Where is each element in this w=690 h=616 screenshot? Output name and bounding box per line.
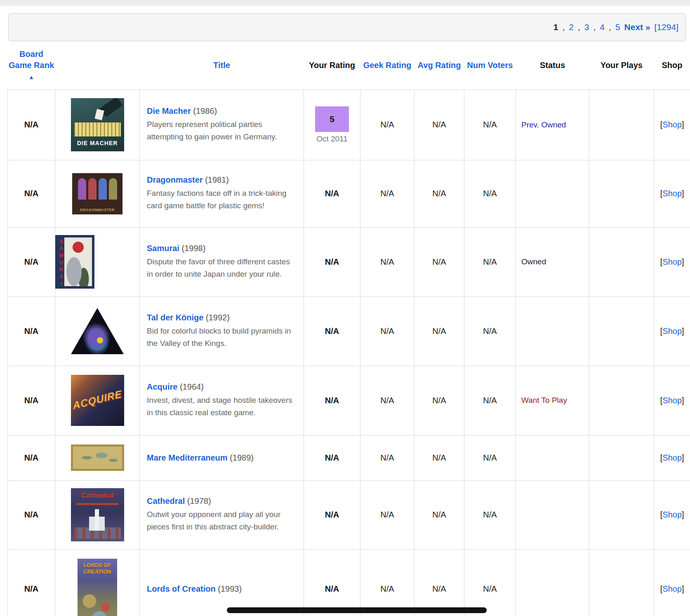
shop-cell: [Shop] <box>654 296 690 366</box>
game-year: (1998) <box>182 244 206 253</box>
game-year: (1981) <box>205 175 229 184</box>
game-title-link[interactable]: Cathedral <box>147 496 185 505</box>
geek-rating-cell: N/A <box>360 549 414 616</box>
page-link-4[interactable]: 4 <box>600 22 605 32</box>
page-separator: , <box>562 22 565 32</box>
game-year: (1964) <box>180 382 204 391</box>
shop-bracket: ] <box>682 510 684 519</box>
thumbnail-caption: Cathedral <box>71 491 124 500</box>
status-owned: Owned <box>521 257 546 266</box>
game-title-link[interactable]: Samurai <box>147 244 179 253</box>
game-title-link[interactable]: Dragonmaster <box>147 175 203 184</box>
your-plays-cell <box>589 160 654 227</box>
pagination-bar: 1 , 2 , 3 , 4 , 5 Next » [1294] <box>8 13 686 41</box>
game-title-link[interactable]: Acquire <box>147 382 177 391</box>
table-header-row: Board Game Rank ▲ Title Your Rating Geek… <box>8 41 690 89</box>
title-cell: Cathedral (1978) Outwit your opponent an… <box>140 480 304 549</box>
shop-link[interactable]: Shop <box>662 510 682 519</box>
shop-link[interactable]: Shop <box>662 257 682 266</box>
tal-der-koenige-thumbnail[interactable] <box>71 308 124 354</box>
game-title-link[interactable]: Lords of Creation <box>147 584 216 593</box>
thumbnail-cell: ACQUIRE <box>55 366 140 435</box>
status-prev-owned-link[interactable]: Prev. Owned <box>521 120 566 129</box>
page-separator: , <box>578 22 580 32</box>
game-year: (1993) <box>218 584 242 593</box>
fantasy-art <box>78 589 117 616</box>
avg-rating-cell: N/A <box>414 549 464 616</box>
title-cell: Tal der Könige (1992) Bid for colorful b… <box>140 296 304 366</box>
status-cell: Owned <box>516 227 589 296</box>
rating-date: Oct 2011 <box>304 134 360 143</box>
mare-mediterraneum-thumbnail[interactable] <box>71 444 124 471</box>
shop-link[interactable]: Shop <box>662 189 682 198</box>
shop-link[interactable]: Shop <box>662 120 682 129</box>
game-description: Players represent political parties atte… <box>147 118 295 143</box>
column-header-geek-rating[interactable]: Geek Rating <box>360 41 414 89</box>
game-title-link[interactable]: Tal der Könige <box>147 313 203 322</box>
num-voters-cell: N/A <box>464 89 516 160</box>
status-cell <box>516 480 589 549</box>
column-header-board-game-rank[interactable]: Board Game Rank ▲ <box>8 41 55 89</box>
shop-link[interactable]: Shop <box>662 396 682 405</box>
title-cell: Lords of Creation (1993) <box>140 549 304 616</box>
game-year: (1992) <box>206 313 230 322</box>
thumbnail-caption: LORDS OF CREATION <box>78 559 117 575</box>
collection-table: Board Game Rank ▲ Title Your Rating Geek… <box>7 41 690 616</box>
your-rating-cell: N/A <box>304 435 360 480</box>
thumbnail-cell <box>55 296 140 366</box>
num-voters-cell: N/A <box>464 480 516 549</box>
title-cell: Acquire (1964) Invest, divest, and stage… <box>140 366 304 435</box>
page-total-link[interactable]: [1294] <box>655 22 678 32</box>
column-header-avg-rating[interactable]: Avg Rating <box>414 41 464 89</box>
cathedral-thumbnail[interactable]: Cathedral <box>71 488 124 541</box>
lords-of-creation-thumbnail[interactable]: LORDS OF CREATION <box>78 559 117 616</box>
thumbnail-caption: DIE MACHER <box>71 140 124 146</box>
your-plays-cell <box>589 435 654 480</box>
game-description: Bid for colorful blocks to build pyramid… <box>147 325 295 350</box>
your-rating-cell: N/A <box>304 549 360 616</box>
num-voters-cell: N/A <box>464 296 516 366</box>
num-voters-cell: N/A <box>464 435 516 480</box>
page-link-2[interactable]: 2 <box>569 22 574 32</box>
your-plays-cell <box>589 549 654 616</box>
shop-bracket: ] <box>682 257 684 266</box>
table-row: N/A LORDS OF CREATION Lords of Creation … <box>8 549 690 616</box>
shop-link[interactable]: Shop <box>662 453 682 462</box>
dragonmaster-thumbnail[interactable]: DRAGONMASTER <box>72 173 122 214</box>
page-current: 1 <box>553 22 558 32</box>
sort-ascending-icon: ▲ <box>28 74 34 80</box>
tower-art <box>95 509 99 531</box>
status-cell <box>516 160 589 227</box>
rating-box[interactable]: 5 <box>315 106 349 132</box>
game-description: Outwit your opponent and play all your p… <box>147 508 295 533</box>
game-title-link[interactable]: Die Macher <box>147 106 191 115</box>
page-link-3[interactable]: 3 <box>584 22 589 32</box>
samurai-thumbnail[interactable]: SAMURAI <box>55 235 94 289</box>
table-row: N/A Mare Mediterraneum (1989) N/A N/A N/… <box>8 435 690 480</box>
your-plays-cell <box>589 296 654 366</box>
game-year: (1986) <box>193 106 217 115</box>
num-voters-cell: N/A <box>464 549 516 616</box>
die-macher-thumbnail[interactable]: DIE MACHER <box>71 98 124 151</box>
thumbnail-caption: ACQUIRE <box>71 387 124 413</box>
thumbnail-cell: DIE MACHER <box>55 89 140 160</box>
shop-link[interactable]: Shop <box>662 327 682 336</box>
rank-cell: N/A <box>8 549 55 616</box>
game-title-link[interactable]: Mare Mediterraneum <box>147 453 228 462</box>
column-header-title[interactable]: Title <box>140 41 304 89</box>
pyramid-art <box>71 308 124 354</box>
page-link-5[interactable]: 5 <box>615 22 620 32</box>
table-row: N/A DIE MACHER Die Macher (1986) Players… <box>8 89 690 160</box>
building-art <box>74 122 121 136</box>
thumbnail-cell: DRAGONMASTER <box>55 160 140 227</box>
column-header-num-voters[interactable]: Num Voters <box>464 41 516 89</box>
your-plays-cell <box>589 480 654 549</box>
geek-rating-cell: N/A <box>360 366 414 435</box>
horizontal-scrollbar[interactable] <box>227 607 487 613</box>
geek-rating-cell: N/A <box>360 435 414 480</box>
column-header-thumbnail <box>55 41 140 89</box>
page-next-link[interactable]: Next » <box>624 22 650 32</box>
avg-rating-cell: N/A <box>414 160 464 227</box>
shop-link[interactable]: Shop <box>662 584 682 593</box>
acquire-thumbnail[interactable]: ACQUIRE <box>71 375 124 426</box>
